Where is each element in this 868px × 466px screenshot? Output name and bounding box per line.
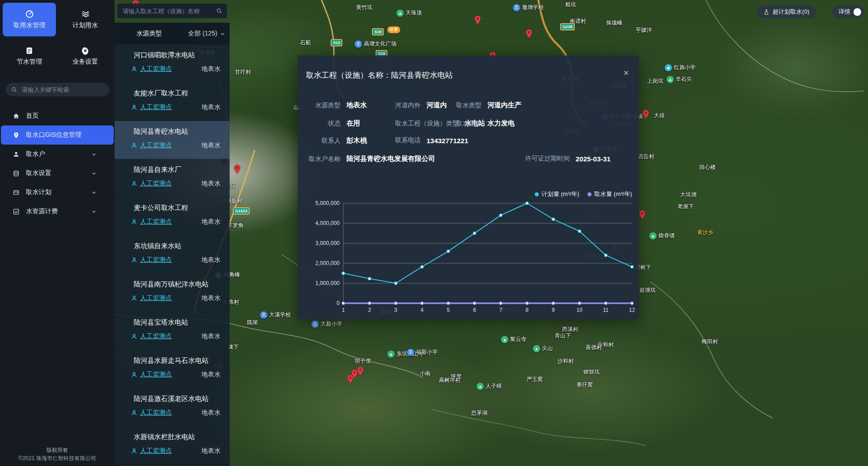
close-icon[interactable]: ×: [623, 68, 629, 77]
red-marker-pin-icon[interactable]: [642, 110, 649, 121]
svg-text:3: 3: [394, 307, 397, 313]
field-value: 在用: [346, 119, 360, 128]
map-label-老屋下: 老屋下: [677, 203, 694, 210]
station-name: 陆河县宝塔水电站: [134, 318, 225, 327]
manual-monitor-link[interactable]: 人工监测点: [131, 294, 172, 302]
red-marker-pin-icon[interactable]: [639, 210, 646, 221]
database-icon: [13, 170, 20, 177]
field-label: 状态: [308, 120, 341, 128]
red-marker-pin-icon[interactable]: [526, 29, 532, 40]
toggle-knob-icon[interactable]: [853, 8, 861, 16]
nature-icon: ▲: [501, 336, 508, 343]
menu-label: 首页: [26, 112, 39, 120]
menu-label: 取水口GIS信息管理: [26, 131, 81, 139]
map-label-坝子里: 坝子里: [355, 357, 371, 365]
manual-monitor-link[interactable]: 人工监测点: [131, 218, 172, 226]
station-name: 麦卡公司取水工程: [134, 204, 225, 212]
station-list-item[interactable]: 陆河县自来水厂 人工监测点 地表水: [115, 159, 230, 197]
field-label: 取水用途: [456, 120, 482, 128]
sidebar-item-4[interactable]: 取水计划: [0, 183, 115, 202]
map-label-小南: 小南: [420, 370, 431, 377]
station-search[interactable]: [117, 4, 227, 18]
station-search-input[interactable]: [122, 7, 212, 15]
nature-icon: ▲: [387, 351, 395, 358]
svg-text:12: 12: [629, 307, 635, 313]
over-plan-button[interactable]: 超计划取水(0): [757, 5, 816, 18]
station-list-item[interactable]: 东坑镇自来水站 人工监测点 地表水: [115, 236, 230, 274]
red-marker-pin-icon[interactable]: [474, 15, 481, 27]
road-badge: G235: [560, 23, 575, 30]
card-icon: [13, 189, 20, 196]
nav-tile-1[interactable]: 计划用水: [59, 3, 112, 36]
detail-toggle[interactable]: 详情: [832, 5, 864, 18]
map-label-S13: S13: [331, 39, 342, 46]
water-source-tag: 地表水: [201, 332, 221, 341]
map-label-大新小学: 文大新小学: [311, 320, 342, 328]
sidebar-item-1[interactable]: 取水口GIS信息管理: [1, 125, 114, 145]
station-list-item[interactable]: 水唇镇水栏肚水电站 人工监测点 地表水: [115, 426, 230, 465]
field-value: 2025-03-31: [576, 155, 611, 163]
map-label-善德村: 善德村: [586, 344, 602, 351]
station-list-item[interactable]: 陆河县水唇走马石水电站 人工监测点 地表水: [115, 350, 230, 388]
red-marker-pin-icon[interactable]: [234, 165, 241, 176]
map-label-田心楼: 田心楼: [699, 164, 716, 171]
map-label-陈屋: 陈屋: [247, 319, 258, 326]
station-list-item[interactable]: 陆河县青硿水电站 人工监测点 地表水: [115, 121, 230, 159]
manual-monitor-link[interactable]: 人工监测点: [131, 447, 172, 455]
sidebar-search[interactable]: [5, 83, 109, 96]
person-icon: [131, 371, 137, 378]
nav-tile-3[interactable]: 业务设置: [59, 39, 112, 73]
water-source-tag: 地表水: [201, 371, 221, 379]
chart-icon: [13, 208, 20, 215]
sidebar-item-0[interactable]: 首页: [0, 106, 115, 125]
sidebar-item-2[interactable]: 取水户: [0, 145, 115, 164]
map-label-沙和村: 沙和村: [557, 357, 574, 365]
station-panel: 水源类型 全部 (125) 河口镇唱歌潭水电站 人工监测点 地表水 友能水厂取水…: [115, 0, 230, 466]
station-list-item[interactable]: 陆河县宝塔水电站 人工监测点 地表水: [115, 312, 230, 350]
person-icon: [131, 142, 137, 149]
manual-monitor-link[interactable]: 人工监测点: [131, 141, 172, 150]
map-label-石船: 石船: [300, 39, 311, 47]
sidebar-item-5[interactable]: 水资源计费: [0, 202, 115, 221]
over-plan-label: 超计划取水(0): [773, 8, 809, 16]
red-marker-pin-icon[interactable]: [357, 366, 364, 378]
copyright-line1: 版权所有: [0, 446, 115, 454]
svg-text:8: 8: [526, 307, 529, 313]
water-source-tag: 地表水: [201, 409, 221, 417]
water-source-tag: 地表水: [201, 218, 221, 226]
svg-text:2: 2: [368, 307, 371, 313]
station-list-item[interactable]: 麦卡公司取水工程 人工监测点 地表水: [115, 197, 230, 236]
map-label-天珠顶: ▲天珠顶: [396, 9, 422, 17]
svg-text:6: 6: [473, 307, 476, 313]
manual-monitor-link[interactable]: 人工监测点: [131, 256, 172, 264]
station-list-item[interactable]: 友能水厂取水工程 人工监测点 地表水: [115, 83, 230, 121]
search-icon[interactable]: [216, 8, 222, 14]
chevron-down-icon: [91, 209, 96, 214]
chart-legend: 计划量 (m³/年)取水量 (m³/年): [535, 190, 632, 198]
station-list-item[interactable]: 陆河县激石溪老区水电站 人工监测点 地表水: [115, 388, 230, 426]
nature-icon: ▲: [477, 383, 484, 390]
svg-text:1,000,000: 1,000,000: [316, 280, 340, 286]
manual-monitor-link[interactable]: 人工监测点: [131, 180, 172, 188]
sidebar-item-3[interactable]: 取水设置: [0, 164, 115, 183]
field-取水户名称: 取水户名称陆河县青硿水电发展有限公司: [308, 155, 435, 163]
document-icon: [25, 46, 34, 55]
nav-tile-0[interactable]: 取用水管理: [3, 3, 56, 36]
sidebar-search-input[interactable]: [21, 86, 104, 94]
legend-item: 计划量 (m³/年): [535, 190, 579, 198]
manual-monitor-link[interactable]: 人工监测点: [131, 103, 172, 111]
manual-monitor-link[interactable]: 人工监测点: [131, 65, 172, 73]
station-list-item[interactable]: 河口镇唱歌潭水电站 人工监测点 地表水: [115, 45, 230, 83]
red-marker-pin-icon[interactable]: [347, 375, 354, 386]
manual-monitor-link[interactable]: 人工监测点: [131, 409, 172, 417]
manual-monitor-link[interactable]: 人工监测点: [131, 371, 172, 379]
manual-monitor-link[interactable]: 人工监测点: [131, 332, 172, 341]
nav-tile-2[interactable]: 节水管理: [3, 39, 56, 73]
field-value: 彭木桃: [346, 136, 367, 145]
water-source-tag: 地表水: [201, 103, 221, 111]
school-icon: 文: [407, 349, 414, 356]
station-name: 陆河县青硿水电站: [134, 127, 225, 136]
map-label-大溪学校: 文大溪学校: [260, 311, 291, 319]
station-list-item[interactable]: 陆河县南万镇杞洋水电站 人工监测点 地表水: [115, 274, 230, 312]
filter-dropdown[interactable]: 全部 (125): [188, 30, 225, 38]
